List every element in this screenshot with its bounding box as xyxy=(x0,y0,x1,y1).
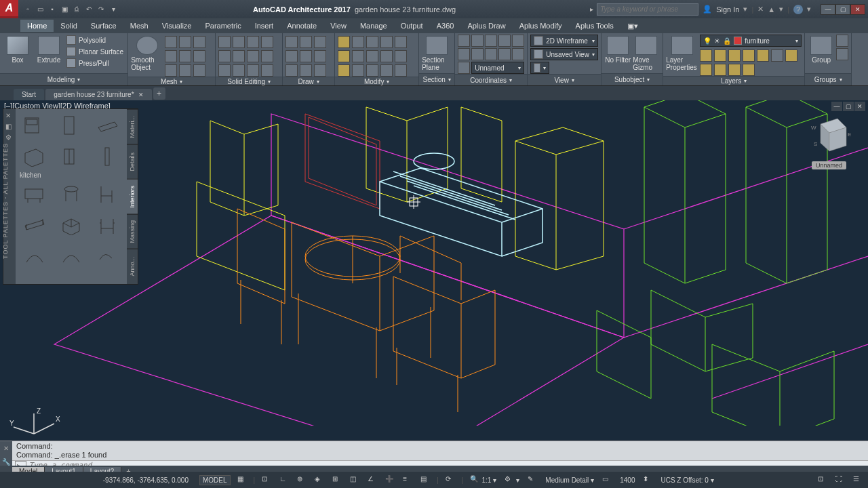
status-anno-icon[interactable]: ✎ xyxy=(526,475,538,485)
status-model-toggle[interactable]: MODEL xyxy=(199,475,231,485)
maximize-button[interactable]: ▢ xyxy=(835,4,850,15)
draw-tool-icon[interactable] xyxy=(300,36,312,48)
mesh-tool-icon[interactable] xyxy=(165,36,177,48)
coord-icon[interactable] xyxy=(498,48,511,60)
modify-tool-icon[interactable] xyxy=(338,64,350,77)
open-icon[interactable]: ▭ xyxy=(35,4,45,15)
help-icon[interactable]: ? xyxy=(793,5,803,14)
box-button[interactable]: Box xyxy=(3,35,33,64)
palette-item-chair[interactable] xyxy=(93,182,123,206)
status-detail[interactable]: Medium Detail▾ xyxy=(544,476,595,484)
status-lwt-icon[interactable]: ≡ xyxy=(401,475,414,485)
viewcube-label[interactable]: Unnamed xyxy=(812,161,846,169)
tab-parametric[interactable]: Parametric xyxy=(198,20,248,32)
status-osnap-icon[interactable]: ⊞ xyxy=(331,475,343,485)
panel-mesh-expand[interactable]: Mesh xyxy=(128,77,215,85)
tool-palette[interactable]: ✕ ◧ ⚙ TOOL PALETTES - ALL PALETTES kitch… xyxy=(3,108,138,285)
status-gear-icon[interactable]: ⚙▾ xyxy=(503,475,521,485)
qat-more-icon[interactable]: ▾ xyxy=(108,4,119,15)
palette-item-armchair[interactable] xyxy=(93,213,123,237)
mesh-tool-icon[interactable] xyxy=(165,50,177,62)
palette-tab-materials[interactable]: Materi... xyxy=(127,109,138,144)
palette-item-cabinet[interactable] xyxy=(20,113,50,138)
help-arrow-icon[interactable]: ▾ xyxy=(807,5,811,14)
a360-icon[interactable]: ▲ xyxy=(768,5,775,14)
layer-combo[interactable]: 💡☀🔒 furniture xyxy=(700,35,802,47)
panel-modify-expand[interactable]: Modify xyxy=(335,77,418,85)
coord-icon[interactable] xyxy=(485,35,497,47)
solid-edit-icon[interactable] xyxy=(261,50,273,62)
palette-item-arc[interactable] xyxy=(20,244,50,268)
panel-modeling-expand[interactable]: Modeling xyxy=(0,73,127,85)
status-tra-icon[interactable]: ▤ xyxy=(419,475,431,485)
solid-edit-icon[interactable] xyxy=(247,64,259,77)
modify-tool-icon[interactable] xyxy=(366,64,378,77)
cmd-wrench-icon[interactable]: 🔧 xyxy=(2,458,10,466)
layer-tool-icon[interactable] xyxy=(785,49,797,62)
palette-item-arc2[interactable] xyxy=(56,244,86,268)
draw-tool-icon[interactable] xyxy=(314,50,326,62)
draw-tool-icon[interactable] xyxy=(285,50,298,62)
mesh-tool-icon[interactable] xyxy=(193,64,205,77)
panel-coordinates-expand[interactable]: Coordinates xyxy=(455,74,527,85)
tab-extra-icon[interactable]: ▣▾ xyxy=(620,20,645,33)
modify-tool-icon[interactable] xyxy=(395,64,407,77)
solid-edit-icon[interactable] xyxy=(233,64,245,77)
status-ucs-offset[interactable]: UCS Z Offset: 0▾ xyxy=(659,476,715,484)
status-dyn-icon[interactable]: ➕ xyxy=(384,475,396,485)
layer-tool-icon[interactable] xyxy=(700,64,712,76)
modify-tool-icon[interactable] xyxy=(352,50,364,62)
layer-properties-button[interactable]: Layer Properties xyxy=(666,35,698,71)
modify-tool-icon[interactable] xyxy=(352,36,364,48)
coord-icon[interactable] xyxy=(512,48,524,60)
tab-view[interactable]: View xyxy=(323,20,353,32)
coord-icon[interactable] xyxy=(471,48,484,60)
modify-tool-icon[interactable] xyxy=(366,36,378,48)
palette-tab-massing[interactable]: Massing xyxy=(127,214,138,249)
solid-edit-icon[interactable] xyxy=(261,36,273,48)
start-tab[interactable]: Start xyxy=(14,89,44,100)
view-combo[interactable]: Unsaved View xyxy=(530,48,598,60)
palette-item-stool[interactable] xyxy=(56,182,86,206)
status-fullscreen-icon[interactable]: ⛶ xyxy=(834,475,846,485)
modify-tool-icon[interactable] xyxy=(395,50,407,62)
view-extra-combo[interactable] xyxy=(530,62,549,74)
group-button[interactable]: Group xyxy=(808,35,835,64)
close-tab-icon[interactable]: ✕ xyxy=(138,92,144,98)
tab-output[interactable]: Output xyxy=(394,20,430,32)
saveas-icon[interactable]: ▣ xyxy=(59,4,70,15)
infocenter-arrow-icon[interactable]: ▸ xyxy=(586,4,597,15)
palette-item-sofa[interactable] xyxy=(20,213,50,237)
layer-tool-icon[interactable] xyxy=(728,64,741,76)
layer-tool-icon[interactable] xyxy=(714,64,726,76)
palette-tab-interiors[interactable]: Interiors xyxy=(127,179,138,214)
print-icon[interactable]: ⎙ xyxy=(71,4,82,15)
exchange-icon[interactable]: ✕ xyxy=(757,5,764,14)
palette-item-base[interactable] xyxy=(20,144,50,169)
status-customize-icon[interactable]: ☰ xyxy=(852,475,864,485)
solid-edit-icon[interactable] xyxy=(218,50,231,62)
layer-tool-icon[interactable] xyxy=(728,49,741,62)
coord-icon[interactable] xyxy=(458,62,470,74)
mesh-tool-icon[interactable] xyxy=(179,64,191,77)
draw-tool-icon[interactable] xyxy=(300,50,312,62)
panel-section-expand[interactable]: Section xyxy=(419,73,454,85)
file-tab[interactable]: garden house 23 furniture*✕ xyxy=(45,89,151,100)
modify-tool-icon[interactable] xyxy=(338,50,350,62)
mesh-tool-icon[interactable] xyxy=(165,64,177,77)
modify-tool-icon[interactable] xyxy=(380,64,393,77)
coord-icon[interactable] xyxy=(485,48,497,60)
tab-insert[interactable]: Insert xyxy=(248,20,281,32)
viewcube[interactable]: S E W xyxy=(807,110,854,158)
status-elevation[interactable]: 1400 xyxy=(618,476,636,484)
mesh-tool-icon[interactable] xyxy=(193,50,205,62)
coord-icon[interactable] xyxy=(498,35,511,47)
layer-tool-icon[interactable] xyxy=(771,49,783,62)
planar-surface-button[interactable]: Planar Surface xyxy=(65,46,125,57)
app-menu-button[interactable]: A xyxy=(0,0,18,18)
layer-tool-icon[interactable] xyxy=(743,64,755,76)
panel-solid-editing-expand[interactable]: Solid Editing xyxy=(216,77,282,85)
help-dropdown-icon[interactable]: ▾ xyxy=(779,5,783,14)
status-elev-icon[interactable]: ▭ xyxy=(601,475,613,485)
modify-tool-icon[interactable] xyxy=(338,36,350,48)
